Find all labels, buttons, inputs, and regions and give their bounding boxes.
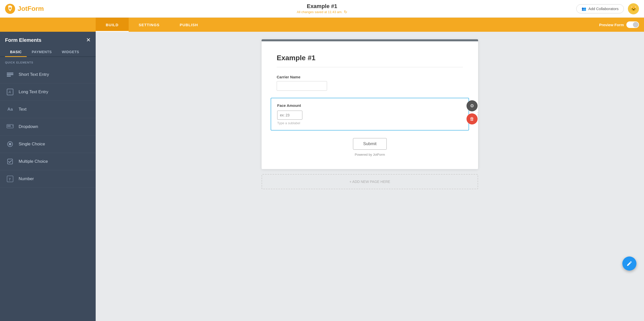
add-new-page[interactable]: + ADD NEW PAGE HERE [262,174,478,189]
svg-rect-2 [7,73,13,74]
toggle-knob [633,22,638,27]
submit-button[interactable]: Submit [353,138,387,150]
form-header-bar [262,39,478,41]
sidebar-tabs: BASIC PAYMENTS WIDGETS [0,47,96,57]
add-collaborators-button[interactable]: 👥 Add Collaborators [576,4,624,13]
face-amount-input[interactable] [277,111,302,120]
fab-edit-button[interactable] [622,256,636,271]
header-right: 👥 Add Collaborators 🐱 [576,3,639,14]
powered-by: Powered by JotForm [355,153,385,156]
svg-point-12 [9,143,11,145]
carrier-name-field: Carrier Name [277,75,463,91]
tab-build[interactable]: BUILD [96,18,129,32]
sidebar-item-number[interactable]: 7 Number [0,170,96,188]
svg-text:A: A [8,90,11,94]
multiple-choice-icon [6,157,14,166]
navbar: BUILD SETTINGS PUBLISH Preview Form [0,18,644,32]
multiple-choice-label: Multiple Choice [19,159,48,164]
face-amount-sublabel: Type a sublabel [277,121,462,125]
tab-publish[interactable]: PUBLISH [170,18,208,32]
sidebar-tab-widgets[interactable]: WIDGETS [57,47,84,56]
sidebar-item-multiple-choice[interactable]: Multiple Choice [0,153,96,170]
svg-rect-8 [7,125,11,126]
form-body: Example #1 Carrier Name Face Amount Type… [262,41,478,169]
logo-text: JotForm [18,5,44,13]
form-title: Example #1 [277,54,463,62]
form-divider [277,67,463,67]
header: JotForm Example #1 All changes saved at … [0,0,644,18]
main-layout: Form Elements ✕ BASIC PAYMENTS WIDGETS Q… [0,32,644,321]
sidebar-tab-payments[interactable]: PAYMENTS [27,47,57,56]
single-choice-label: Single Choice [19,142,45,147]
avatar[interactable]: 🐱 [628,3,639,14]
short-text-icon [6,71,14,79]
svg-point-1 [9,7,11,9]
sidebar-item-single-choice[interactable]: Single Choice [0,136,96,153]
text-icon: Aa [6,105,14,113]
dropdown-label: Dropdown [19,124,38,129]
jotform-logo-icon [5,4,15,14]
preview-form-area: Preview Form [599,21,644,28]
face-amount-field[interactable]: Face Amount Type a sublabel [271,98,469,131]
svg-text:7: 7 [9,177,11,181]
number-icon: 7 [6,175,14,183]
dropdown-icon [6,123,14,131]
face-amount-container: Face Amount Type a sublabel ⚙ 🗑 ⋮⋮ [277,98,463,131]
svg-rect-4 [7,76,11,77]
drag-handle[interactable]: ⋮⋮ [476,111,478,117]
svg-rect-9 [7,126,11,127]
refresh-icon[interactable]: ↻ [344,10,347,14]
collaborators-icon: 👥 [582,7,586,11]
long-text-label: Long Text Entry [19,89,48,94]
preview-toggle[interactable] [626,21,639,28]
header-center: Example #1 All changes saved at 11:43 am… [297,3,347,14]
carrier-name-input[interactable] [277,81,327,91]
form-card: Example #1 Carrier Name Face Amount Type… [262,39,478,169]
content-area: Example #1 Carrier Name Face Amount Type… [96,32,644,321]
save-status: All changes saved at 11:43 am. ↻ [297,10,347,14]
sidebar-close-button[interactable]: ✕ [86,37,91,43]
svg-marker-10 [12,125,13,126]
sidebar-item-dropdown[interactable]: Dropdown [0,118,96,136]
sidebar-header: Form Elements ✕ [0,32,96,47]
single-choice-icon [6,140,14,148]
field-settings-button[interactable]: ⚙ [467,100,478,111]
tab-settings[interactable]: SETTINGS [129,18,170,32]
short-text-label: Short Text Entry [19,72,49,77]
face-amount-label: Face Amount [277,103,462,108]
sidebar: Form Elements ✕ BASIC PAYMENTS WIDGETS Q… [0,32,96,321]
sidebar-item-short-text[interactable]: Short Text Entry [0,66,96,83]
long-text-icon: A [6,88,14,96]
submit-area: Submit Powered by JotForm [277,138,463,156]
quick-elements-label: QUICK ELEMENTS [0,57,96,66]
number-label: Number [19,176,34,181]
svg-rect-3 [7,74,13,75]
form-title-header: Example #1 [297,3,347,10]
text-label: Text [19,107,26,112]
logo-area: JotForm [5,4,44,14]
sidebar-item-text[interactable]: Aa Text [0,101,96,118]
sidebar-item-long-text[interactable]: A Long Text Entry [0,83,96,101]
carrier-name-label: Carrier Name [277,75,463,79]
sidebar-title: Form Elements [5,37,41,43]
sidebar-tab-basic[interactable]: BASIC [5,47,27,56]
